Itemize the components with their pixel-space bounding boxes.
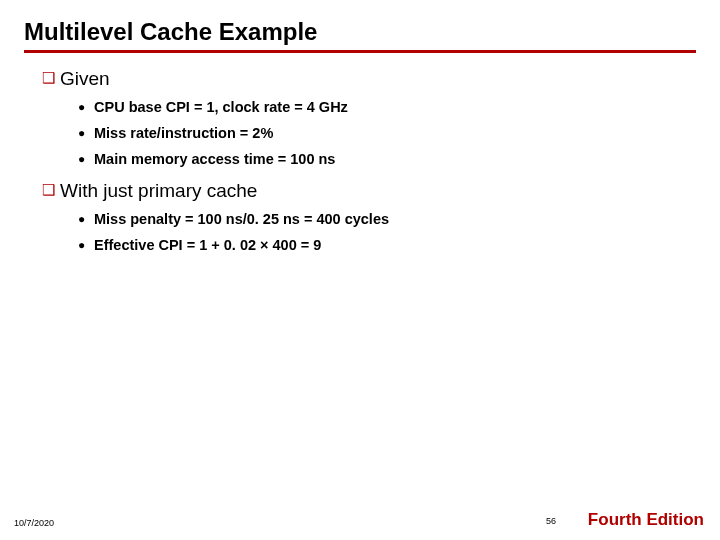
- dot-bullet-icon: ●: [78, 123, 94, 143]
- dot-bullet-icon: ●: [78, 209, 94, 229]
- dot-bullet-icon: ●: [78, 235, 94, 255]
- slide-footer: 10/7/2020 56 Fourth Edition: [0, 506, 720, 530]
- title-bar: Multilevel Cache Example: [24, 18, 696, 53]
- dot-bullet-icon: ●: [78, 149, 94, 169]
- list-item: ● Effective CPI = 1 + 0. 02 × 400 = 9: [78, 235, 686, 255]
- list-item: ● CPU base CPI = 1, clock rate = 4 GHz: [78, 97, 686, 117]
- list-text: Main memory access time = 100 ns: [94, 149, 335, 169]
- slide-body: ❑ Given ● CPU base CPI = 1, clock rate =…: [24, 67, 696, 255]
- footer-edition: Fourth Edition: [588, 510, 704, 530]
- list-item: ❑ With just primary cache: [42, 179, 686, 203]
- footer-date: 10/7/2020: [14, 518, 54, 528]
- list-item: ❑ Given: [42, 67, 686, 91]
- section-heading: Given: [60, 67, 110, 91]
- list-item: ● Miss rate/instruction = 2%: [78, 123, 686, 143]
- slide: Multilevel Cache Example ❑ Given ● CPU b…: [0, 0, 720, 540]
- list-text: Effective CPI = 1 + 0. 02 × 400 = 9: [94, 235, 321, 255]
- square-bullet-icon: ❑: [42, 179, 60, 201]
- section-heading: With just primary cache: [60, 179, 257, 203]
- list-text: Miss penalty = 100 ns/0. 25 ns = 400 cyc…: [94, 209, 389, 229]
- slide-title: Multilevel Cache Example: [24, 18, 696, 46]
- sublist: ● CPU base CPI = 1, clock rate = 4 GHz ●…: [42, 97, 686, 169]
- list-text: Miss rate/instruction = 2%: [94, 123, 273, 143]
- list-item: ● Main memory access time = 100 ns: [78, 149, 686, 169]
- list-item: ● Miss penalty = 100 ns/0. 25 ns = 400 c…: [78, 209, 686, 229]
- dot-bullet-icon: ●: [78, 97, 94, 117]
- sublist: ● Miss penalty = 100 ns/0. 25 ns = 400 c…: [42, 209, 686, 255]
- square-bullet-icon: ❑: [42, 67, 60, 89]
- list-text: CPU base CPI = 1, clock rate = 4 GHz: [94, 97, 348, 117]
- footer-page-number: 56: [546, 516, 556, 526]
